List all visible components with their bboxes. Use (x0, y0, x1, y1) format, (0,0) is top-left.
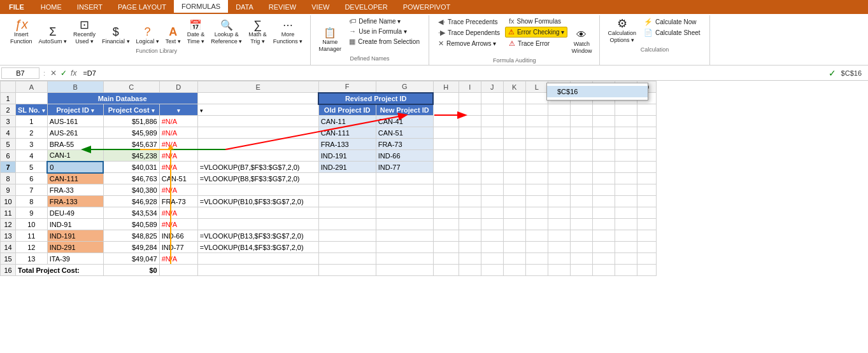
cell-O5[interactable] (592, 139, 615, 150)
cell-A2[interactable]: SL No. ▾ (16, 104, 48, 116)
tab-review[interactable]: REVIEW (261, 0, 304, 14)
cell-B1-merged[interactable]: Main Database (47, 93, 197, 104)
cell-O12[interactable] (592, 219, 615, 230)
cell-M14[interactable] (548, 242, 570, 253)
cell-M11[interactable] (548, 207, 570, 219)
create-from-selection-button[interactable]: ▦ Create from Selection (345, 37, 423, 46)
cell-G16[interactable] (376, 265, 433, 276)
cell-I10[interactable] (459, 196, 481, 207)
cell-M2[interactable] (548, 104, 570, 116)
cell-L4[interactable] (525, 127, 548, 139)
cell-O14[interactable] (592, 242, 615, 253)
cell-I8[interactable] (459, 173, 481, 184)
cell-P14[interactable] (615, 242, 637, 253)
cell-M15[interactable] (548, 253, 570, 265)
cell-B2[interactable]: Project ID ▾ (47, 104, 103, 116)
cell-J8[interactable] (481, 173, 503, 184)
cell-L10[interactable] (525, 196, 548, 207)
cell-A3[interactable]: 1 (16, 116, 48, 127)
cell-Q13[interactable] (637, 230, 656, 242)
cell-O6[interactable] (592, 150, 615, 162)
spreadsheet[interactable]: A B C D E F G H I J K L M N O P Q (0, 81, 868, 310)
cell-F14[interactable] (318, 242, 376, 253)
calculate-sheet-button[interactable]: 📄 Calculate Sheet (640, 28, 704, 38)
cell-H2[interactable] (433, 104, 459, 116)
cell-G3[interactable]: CAN-41 (376, 116, 433, 127)
cell-C7[interactable]: $40,031 (103, 162, 159, 173)
error-checking-button[interactable]: ⚠ Error Checking ▾ (505, 27, 567, 38)
cell-N9[interactable] (570, 184, 592, 196)
col-D[interactable]: D (159, 81, 197, 93)
cell-B15[interactable]: ITA-39 (47, 253, 103, 265)
cell-O16[interactable] (592, 265, 615, 276)
cell-E7[interactable]: =VLOOKUP(B7,$F$3:$G$7,2,0) (197, 162, 318, 173)
text-button[interactable]: A Text ▾ (163, 25, 183, 46)
cell-L12[interactable] (525, 219, 548, 230)
cell-K16[interactable] (503, 265, 525, 276)
cell-L8[interactable] (525, 173, 548, 184)
cell-H11[interactable] (433, 207, 459, 219)
col-C[interactable]: C (103, 81, 159, 93)
cell-A5[interactable]: 3 (16, 139, 48, 150)
col-L[interactable]: L (525, 81, 548, 93)
col-I[interactable]: I (459, 81, 481, 93)
cell-J13[interactable] (481, 230, 503, 242)
cell-H4[interactable] (433, 127, 459, 139)
cell-G14[interactable] (376, 242, 433, 253)
cell-B11[interactable]: DEU-49 (47, 207, 103, 219)
cell-G4[interactable]: CAN-51 (376, 127, 433, 139)
cell-Q10[interactable] (637, 196, 656, 207)
cell-F8[interactable] (318, 173, 376, 184)
tab-data[interactable]: DATA (228, 0, 261, 14)
cell-B7[interactable]: 0 (47, 162, 103, 173)
cell-D9[interactable]: #N/A (159, 184, 197, 196)
cell-A13[interactable]: 11 (16, 230, 48, 242)
cell-Q11[interactable] (637, 207, 656, 219)
cell-K4[interactable] (503, 127, 525, 139)
cell-G8[interactable] (376, 173, 433, 184)
cell-F3[interactable]: CAN-11 (318, 116, 376, 127)
cell-E12[interactable] (197, 219, 318, 230)
insert-function-bar-icon[interactable]: fx (69, 69, 78, 78)
show-formulas-button[interactable]: fx Show Formulas (505, 17, 567, 25)
col-J[interactable]: J (481, 81, 503, 93)
cell-L9[interactable] (525, 184, 548, 196)
trace-dependents-button[interactable]: ·▶ Trace Dependents (434, 28, 504, 38)
cell-I12[interactable] (459, 219, 481, 230)
cell-L14[interactable] (525, 242, 548, 253)
cell-F15[interactable] (318, 253, 376, 265)
cell-K5[interactable] (503, 139, 525, 150)
col-A[interactable]: A (16, 81, 48, 93)
recently-used-button[interactable]: ⊡ RecentlyUsed ▾ (71, 18, 98, 46)
cell-A1[interactable] (16, 93, 48, 104)
cell-D16[interactable] (159, 265, 197, 276)
cell-J10[interactable] (481, 196, 503, 207)
cell-J14[interactable] (481, 242, 503, 253)
cell-D6[interactable]: #N/A (159, 150, 197, 162)
cell-D10[interactable]: FRA-73 (159, 196, 197, 207)
cell-K6[interactable] (503, 150, 525, 162)
cell-E6[interactable] (197, 150, 318, 162)
cell-F4[interactable]: CAN-111 (318, 127, 376, 139)
cell-E5[interactable] (197, 139, 318, 150)
tab-formulas[interactable]: FORMULAS (174, 0, 228, 14)
cell-E3[interactable] (197, 116, 318, 127)
cell-N8[interactable] (570, 173, 592, 184)
cell-C14[interactable]: $49,284 (103, 242, 159, 253)
cell-C8[interactable]: $46,763 (103, 173, 159, 184)
cell-M3[interactable] (548, 116, 570, 127)
cell-M12[interactable] (548, 219, 570, 230)
cell-O7[interactable] (592, 162, 615, 173)
cell-C10[interactable]: $46,928 (103, 196, 159, 207)
cell-N11[interactable] (570, 207, 592, 219)
cell-L3[interactable] (525, 116, 548, 127)
cell-N12[interactable] (570, 219, 592, 230)
cell-Q12[interactable] (637, 219, 656, 230)
cell-A7[interactable]: 5 (16, 162, 48, 173)
cell-K11[interactable] (503, 207, 525, 219)
cell-O11[interactable] (592, 207, 615, 219)
cell-D4[interactable]: #N/A (159, 127, 197, 139)
cell-P15[interactable] (615, 253, 637, 265)
cell-J1[interactable] (481, 93, 503, 104)
trace-error-button[interactable]: ⚠ Trace Error (505, 39, 567, 48)
